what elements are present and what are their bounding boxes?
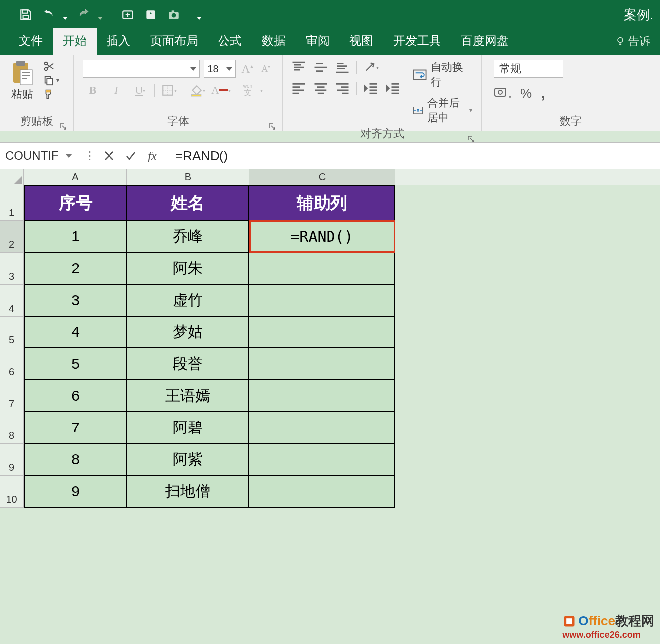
font-color-button[interactable]: A ▾ (211, 83, 231, 98)
paste-button[interactable]: 粘贴 (5, 58, 40, 113)
cell[interactable]: 1 (24, 221, 127, 253)
dialog-launcher-icon[interactable] (59, 121, 67, 129)
empty-cells[interactable] (395, 185, 660, 508)
row-header[interactable]: 7 (0, 380, 24, 412)
insert-function-button[interactable]: fx (142, 143, 164, 169)
col-header-b[interactable]: B (127, 169, 249, 185)
cell[interactable]: 6 (24, 380, 127, 412)
row-header[interactable]: 8 (0, 412, 24, 444)
row-header[interactable]: 9 (0, 444, 24, 476)
col-header-a[interactable]: A (24, 169, 127, 185)
cell[interactable] (249, 444, 395, 476)
tab-developer[interactable]: 开发工具 (383, 28, 451, 55)
tab-formulas[interactable]: 公式 (208, 28, 252, 55)
cell[interactable] (249, 285, 395, 317)
cell[interactable] (249, 476, 395, 508)
row-header[interactable]: 6 (0, 348, 24, 380)
undo-icon[interactable] (42, 8, 56, 22)
cell[interactable]: 段誉 (127, 348, 249, 380)
cell[interactable]: 王语嫣 (127, 380, 249, 412)
tab-page-layout[interactable]: 页面布局 (140, 28, 208, 55)
tab-file[interactable]: 文件 (9, 28, 53, 55)
select-all-button[interactable] (0, 169, 24, 185)
cell[interactable]: 7 (24, 412, 127, 444)
row-header[interactable]: 10 (0, 476, 24, 508)
wrap-text-button[interactable]: 自动换行 (413, 60, 472, 90)
italic-button[interactable]: I (107, 83, 126, 98)
format-painter-button[interactable] (43, 89, 60, 100)
dialog-launcher-icon[interactable] (268, 121, 276, 129)
cell[interactable]: 乔峰 (127, 221, 249, 253)
tab-review[interactable]: 审阅 (296, 28, 339, 55)
row-header[interactable]: 3 (0, 253, 24, 285)
cell[interactable]: 阿碧 (127, 412, 249, 444)
percent-button[interactable]: % (520, 86, 532, 101)
cell[interactable]: 扫地僧 (127, 476, 249, 508)
cell[interactable] (249, 253, 395, 285)
enter-formula-button[interactable] (120, 143, 142, 169)
orientation-button[interactable]: ▾ (363, 60, 379, 75)
font-name-selector[interactable] (83, 60, 200, 78)
tab-data[interactable]: 数据 (252, 28, 296, 55)
row-header[interactable]: 5 (0, 317, 24, 348)
addins-icon[interactable] (144, 8, 158, 22)
tab-view[interactable]: 视图 (339, 28, 383, 55)
name-box[interactable]: COUNTIF (0, 143, 81, 169)
dialog-launcher-icon[interactable] (467, 133, 475, 141)
align-middle-button[interactable] (313, 60, 329, 75)
number-format-selector[interactable]: 常规 (494, 60, 563, 78)
qat-customize-icon[interactable] (197, 17, 202, 20)
align-right-button[interactable] (334, 81, 350, 96)
tab-tell-me[interactable]: 告诉 (605, 29, 660, 55)
tab-insert[interactable]: 插入 (97, 28, 140, 55)
chevron-down-icon[interactable] (62, 154, 76, 158)
cell[interactable]: 8 (24, 444, 127, 476)
row-header[interactable]: 2 (0, 221, 24, 253)
cut-button[interactable] (43, 61, 60, 72)
tab-baidu[interactable]: 百度网盘 (451, 28, 519, 55)
cell[interactable] (249, 317, 395, 348)
col-header-c[interactable]: C (249, 169, 395, 185)
camera-icon[interactable] (167, 8, 181, 22)
save-icon[interactable] (19, 8, 33, 22)
cell[interactable] (249, 380, 395, 412)
cell[interactable]: 梦姑 (127, 317, 249, 348)
cell[interactable]: 辅助列 (249, 185, 395, 221)
tab-home[interactable]: 开始 (53, 28, 97, 55)
align-top-button[interactable] (291, 60, 307, 75)
cell[interactable]: 序号 (24, 185, 127, 221)
cell[interactable]: 4 (24, 317, 127, 348)
name-box-resize[interactable]: ⋮ (81, 149, 98, 162)
accounting-button[interactable]: ▾ (494, 86, 511, 101)
decrease-indent-button[interactable] (363, 81, 379, 96)
bold-button[interactable]: B (83, 83, 103, 98)
merge-center-button[interactable]: 合并后居中 ▾ (413, 96, 472, 125)
formula-input[interactable]: =RAND() (164, 148, 660, 164)
cell[interactable]: 姓名 (127, 185, 249, 221)
copy-button[interactable]: ▾ (43, 75, 60, 86)
phonetic-button[interactable]: wén文 (239, 83, 256, 98)
align-bottom-button[interactable] (334, 60, 350, 75)
cell[interactable]: 2 (24, 253, 127, 285)
touch-mode-icon[interactable] (121, 8, 135, 22)
align-left-button[interactable] (291, 81, 307, 96)
font-size-selector[interactable]: 18 (204, 60, 236, 78)
cancel-formula-button[interactable] (98, 143, 120, 169)
undo-dropdown-icon[interactable] (63, 17, 68, 20)
cell[interactable]: 虚竹 (127, 285, 249, 317)
row-header[interactable]: 4 (0, 285, 24, 317)
cell[interactable]: 5 (24, 348, 127, 380)
cell[interactable]: 9 (24, 476, 127, 508)
fill-color-button[interactable]: ▾ (187, 83, 207, 98)
active-cell[interactable]: =RAND() (249, 221, 395, 253)
cell[interactable]: 阿紫 (127, 444, 249, 476)
increase-indent-button[interactable] (385, 81, 401, 96)
align-center-button[interactable] (313, 81, 329, 96)
cell[interactable] (249, 412, 395, 444)
borders-button[interactable]: ▾ (159, 83, 179, 98)
underline-button[interactable]: U ▾ (130, 83, 150, 98)
cell[interactable]: 阿朱 (127, 253, 249, 285)
cell[interactable]: 3 (24, 285, 127, 317)
col-header-rest[interactable] (395, 169, 660, 185)
cell[interactable] (249, 348, 395, 380)
